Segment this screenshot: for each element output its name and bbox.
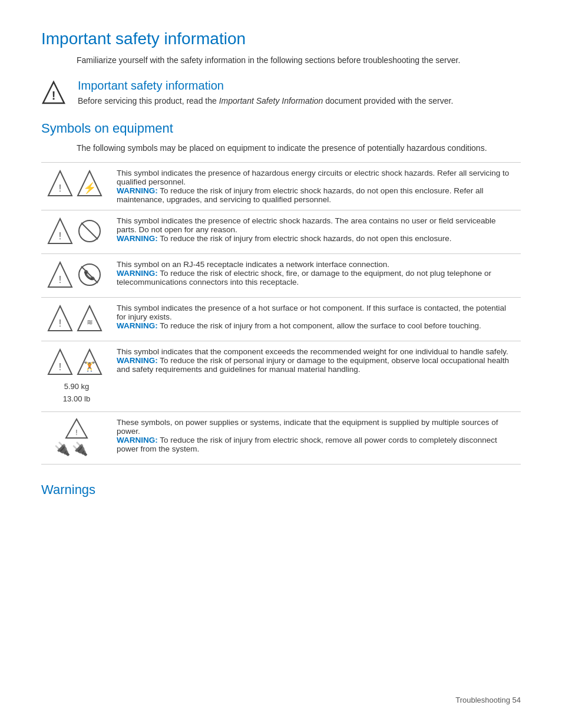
caution-icon: ! xyxy=(41,80,71,107)
intro-text: Familiarize yourself with the safety inf… xyxy=(77,55,521,65)
symbol-desc-multipower: These symbols, on power supplies or syst… xyxy=(112,411,521,464)
symbol-desc-phone: This symbol on an RJ-45 receptacle indic… xyxy=(112,254,521,298)
svg-text:!: ! xyxy=(59,318,61,328)
svg-text:!: ! xyxy=(75,429,77,437)
svg-text:!: ! xyxy=(59,183,61,193)
svg-text:⚡: ⚡ xyxy=(83,182,97,195)
safety-notice-title: Important safety information xyxy=(78,79,453,93)
svg-text:!: ! xyxy=(59,275,61,285)
svg-text:≋: ≋ xyxy=(87,318,93,327)
symbol-cell-noentry: ! xyxy=(41,210,112,254)
weight-info: 5.90 kg 13.00 lb xyxy=(46,381,107,406)
svg-line-9 xyxy=(81,223,98,239)
symbols-section-title: Symbols on equipment xyxy=(41,121,521,136)
symbol-desc-weight: This symbol indicates that the component… xyxy=(112,341,521,412)
svg-text:!: ! xyxy=(52,89,56,102)
symbol-cell-weight: ! 🏋 5.90 kg 13.00 lb xyxy=(41,341,112,412)
symbols-table: ! ⚡ This symbol indicates the presence o… xyxy=(41,162,521,465)
symbol-cell-phone: ! 📞 xyxy=(41,254,112,298)
page-title: Important safety information xyxy=(41,29,521,48)
table-row: ! 📞 This symbol on an RJ-45 receptacle i… xyxy=(41,254,521,298)
symbol-cell-lightning: ! ⚡ xyxy=(41,163,112,210)
symbols-intro-text: The following symbols may be placed on e… xyxy=(77,143,521,153)
svg-text:!: ! xyxy=(59,231,61,241)
svg-text:!: ! xyxy=(59,362,61,372)
safety-notice-body: Before servicing this product, read the … xyxy=(78,96,453,106)
svg-text:🔌: 🔌 xyxy=(54,441,71,456)
symbol-desc-hot: This symbol indicates the presence of a … xyxy=(112,298,521,341)
symbol-cell-multipower: ! 🔌 🔌 xyxy=(41,411,112,464)
safety-notice-section: ! Important safety information Before se… xyxy=(41,79,521,107)
symbol-desc-noentry: This symbol indicates the presence of el… xyxy=(112,210,521,254)
table-row: ! 🏋 5.90 kg 13.00 lb This symbol indicat… xyxy=(41,341,521,412)
page-footer: Troubleshooting 54 xyxy=(455,696,521,704)
symbol-desc-lightning: This symbol indicates the presence of ha… xyxy=(112,163,521,210)
svg-text:🏋: 🏋 xyxy=(84,361,95,372)
table-row: ! 🔌 🔌 These symbols, on power supplies o… xyxy=(41,411,521,464)
symbol-cell-hot: ! ≋ xyxy=(41,298,112,341)
table-row: ! ≋ This symbol indicates the presence o… xyxy=(41,298,521,341)
warnings-section-title: Warnings xyxy=(41,482,521,498)
safety-notice-content: Important safety information Before serv… xyxy=(71,79,453,106)
table-row: ! ⚡ This symbol indicates the presence o… xyxy=(41,163,521,210)
table-row: ! This symbol indicates the presence of … xyxy=(41,210,521,254)
svg-text:🔌: 🔌 xyxy=(72,441,88,456)
